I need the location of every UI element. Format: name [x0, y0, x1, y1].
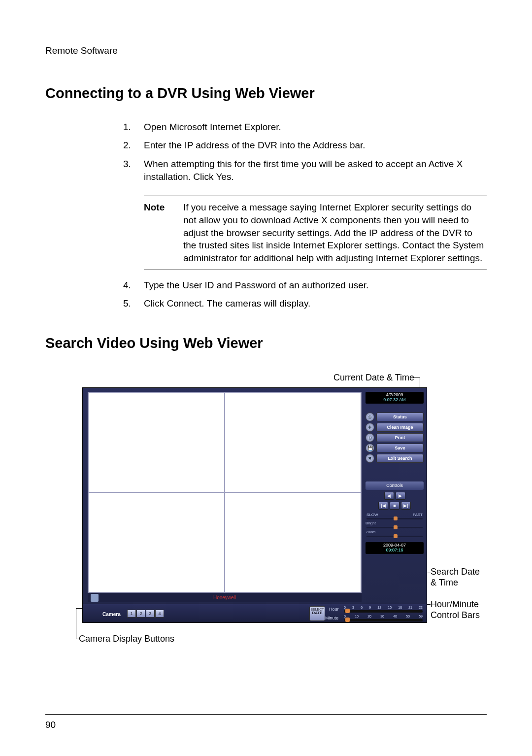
section1-title: Connecting to a DVR Using Web Viewer: [45, 84, 487, 103]
callout-camera-buttons: Camera Display Buttons: [79, 634, 174, 645]
exit-search-button[interactable]: ✖ Exit Search: [366, 454, 424, 463]
video-footer-brand: Honeywell: [88, 593, 362, 602]
step-2-text: Enter the IP address of the DVR into the…: [144, 140, 366, 150]
select-date-button[interactable]: SELECT DATE: [309, 606, 325, 621]
step-2: 2.Enter the IP address of the DVR into t…: [144, 139, 487, 152]
clean-image-button[interactable]: ✚ Clean Image: [366, 423, 424, 432]
select-date-bottom: DATE: [310, 611, 325, 615]
print-icon: ⎙: [366, 433, 374, 442]
status-icon: ◎: [366, 412, 374, 421]
viewer-bottom-bar: Camera 1 2 3 4 SELECT DATE Hour 03: [83, 604, 427, 622]
hour-track[interactable]: 03691215182123: [344, 610, 423, 613]
bright-slider[interactable]: [366, 527, 423, 528]
minute-label: Minute: [325, 615, 338, 621]
section2-title: Search Video Using Web Viewer: [45, 334, 487, 353]
search-datetime-box: 2009-04-07 09:07:16: [366, 542, 424, 554]
print-button[interactable]: ⎙ Print: [366, 433, 424, 442]
video-cell-1[interactable]: [88, 392, 225, 492]
exit-label: Exit Search: [376, 454, 424, 463]
layout-icon[interactable]: [91, 594, 99, 602]
status-button[interactable]: ◎ Status: [366, 412, 424, 421]
video-cell-4[interactable]: [225, 492, 361, 592]
current-time: 9:07:32 AM: [366, 398, 424, 403]
step-3-text: When attempting this for the first time …: [144, 159, 463, 182]
callout-hm-bars: Hour/Minute Control Bars: [431, 599, 487, 620]
step-1-text: Open Microsoft Internet Explorer.: [144, 122, 281, 132]
controls-header: Controls: [366, 481, 424, 489]
save-button[interactable]: 💾 Save: [366, 444, 424, 452]
step-1: 1.Open Microsoft Internet Explorer.: [144, 121, 487, 134]
camera-label: Camera: [102, 611, 121, 618]
save-icon: 💾: [366, 444, 374, 452]
play-button[interactable]: ▶: [396, 492, 405, 500]
exit-icon: ✖: [366, 454, 374, 463]
search-time-text: 09:07:16: [366, 548, 424, 553]
web-viewer-figure: Current Date & Time Search Date & Time H…: [60, 376, 487, 652]
step-back-button[interactable]: |◀: [378, 502, 388, 510]
running-header: Remote Software: [45, 44, 487, 57]
step-fwd-button[interactable]: ▶|: [401, 502, 411, 510]
video-cell-3[interactable]: [88, 492, 225, 592]
hour-label: Hour: [329, 606, 339, 612]
footer-rule: [45, 714, 487, 715]
camera-2-button[interactable]: 2: [136, 610, 145, 618]
note-text: If you receive a message saying Internet…: [183, 201, 487, 264]
video-cell-2[interactable]: [225, 392, 361, 492]
clean-icon: ✚: [366, 423, 374, 432]
camera-3-button[interactable]: 3: [146, 610, 155, 618]
step-4-text: Type the User ID and Password of an auth…: [144, 280, 368, 290]
zoom-slider[interactable]: [366, 536, 423, 537]
print-label: Print: [376, 433, 424, 442]
web-viewer-panel: Honeywell 4/7/2009 9:07:32 AM ◎ Status ✚: [82, 387, 427, 623]
steps-list-1: 1.Open Microsoft Internet Explorer. 2.En…: [45, 121, 487, 183]
slow-label: SLOW: [366, 513, 378, 518]
step-5-text: Click Connect. The cameras will display.: [144, 298, 310, 309]
camera-1-button[interactable]: 1: [127, 610, 136, 618]
status-label: Status: [376, 412, 424, 421]
step-5: 5.Click Connect. The cameras will displa…: [144, 297, 487, 310]
step-3: 3.When attempting this for the first tim…: [144, 158, 487, 183]
steps-list-2: 4.Type the User ID and Password of an au…: [45, 279, 487, 310]
step-4: 4.Type the User ID and Password of an au…: [144, 279, 487, 292]
page-number: 90: [45, 719, 56, 731]
camera-4-button[interactable]: 4: [155, 610, 164, 618]
stop-button[interactable]: ■: [390, 502, 399, 510]
note-block: Note If you receive a message saying Int…: [144, 196, 487, 270]
camera-buttons: 1 2 3 4: [127, 610, 164, 618]
note-label: Note: [144, 201, 171, 264]
fast-label: FAST: [413, 513, 423, 518]
speed-slider[interactable]: [366, 518, 423, 519]
callout-current-datetime: Current Date & Time: [333, 373, 414, 383]
save-label: Save: [376, 444, 424, 452]
callout-search-datetime: Search Date & Time: [431, 567, 487, 588]
video-grid[interactable]: [88, 392, 362, 593]
current-datetime-box: 4/7/2009 9:07:32 AM: [366, 392, 424, 404]
minute-track[interactable]: 0102030405059: [344, 619, 423, 621]
clean-label: Clean Image: [376, 423, 424, 432]
rewind-button[interactable]: ◀: [384, 492, 394, 500]
